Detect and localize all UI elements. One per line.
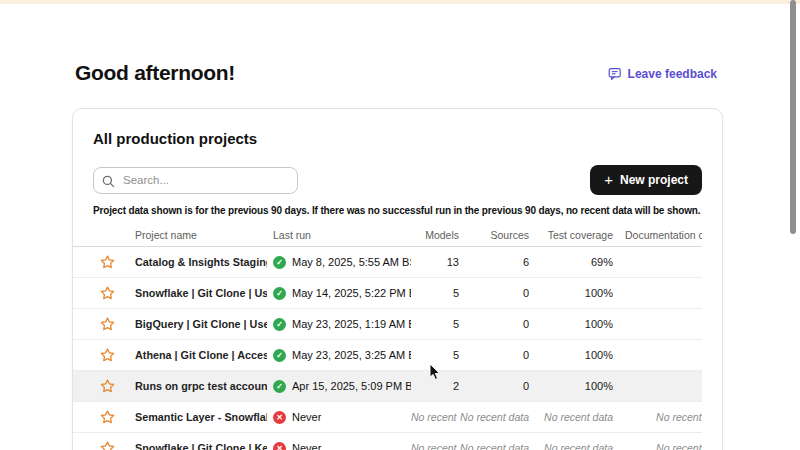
project-link[interactable]: BigQuery | Git Clone | User... [135, 318, 267, 330]
favorite-star-icon[interactable] [73, 410, 117, 424]
sources-cell: 0 [459, 349, 529, 361]
table-row[interactable]: Snowflake | Git Clone | Use...✓May 14, 2… [73, 278, 702, 309]
last-run-cell: ✕Never [267, 442, 411, 450]
card-title: All production projects [93, 130, 702, 147]
success-icon: ✓ [273, 318, 286, 331]
sources-cell: 6 [459, 256, 529, 268]
last-run-cell: ✓May 14, 2025, 5:22 PM BST [267, 287, 411, 300]
leave-feedback-link[interactable]: Leave feedback [608, 67, 717, 81]
last-run-cell: ✓May 23, 2025, 3:25 AM BST [267, 349, 411, 362]
favorite-star-icon[interactable] [73, 317, 117, 331]
success-icon: ✓ [273, 380, 286, 393]
last-run-cell: ✓May 23, 2025, 1:19 AM BST [267, 318, 411, 331]
project-name-cell: BigQuery | Git Clone | User... [117, 318, 267, 330]
last-run-value: May 14, 2025, 5:22 PM BST [292, 287, 411, 299]
failed-icon: ✕ [273, 442, 286, 450]
project-name-cell: Snowflake | Git Clone | Use... [117, 287, 267, 299]
table-row[interactable]: BigQuery | Git Clone | User...✓May 23, 2… [73, 309, 702, 340]
table-row[interactable]: Catalog & Insights Staging...✓May 8, 202… [73, 247, 702, 278]
project-link[interactable]: Snowflake | Git Clone | Key... [135, 442, 267, 450]
column-header: Test coverage [529, 229, 613, 241]
doc-coverage-cell: No recent data [613, 442, 702, 450]
last-run-value: May 23, 2025, 1:19 AM BST [292, 318, 411, 330]
project-link[interactable]: Runs on grpc test account [135, 380, 267, 392]
feedback-bubble-icon [608, 67, 622, 81]
test-coverage-cell: 100% [529, 380, 613, 392]
test-coverage-cell: 100% [529, 318, 613, 330]
sources-cell: 0 [459, 380, 529, 392]
test-coverage-cell: 69% [529, 256, 613, 268]
favorite-star-icon[interactable] [73, 348, 117, 362]
projects-table: Project nameLast runModelsSourcesTest co… [73, 224, 702, 450]
doc-coverage-cell: No recent data [613, 411, 702, 423]
last-run-value: Never [292, 442, 321, 450]
table-row[interactable]: Semantic Layer - Snowflake✕NeverNo recen… [73, 402, 702, 433]
table-header-row: Project nameLast runModelsSourcesTest co… [73, 224, 702, 247]
plus-icon: + [604, 172, 613, 187]
project-name-cell: Catalog & Insights Staging... [117, 256, 267, 268]
search-input[interactable] [93, 167, 298, 194]
models-cell: 5 [411, 318, 459, 330]
favorite-star-icon[interactable] [73, 379, 117, 393]
last-run-cell: ✓Apr 15, 2025, 5:09 PM BST [267, 380, 411, 393]
last-run-value: Never [292, 411, 321, 423]
project-link[interactable]: Catalog & Insights Staging... [135, 256, 267, 268]
sources-cell: 0 [459, 318, 529, 330]
column-header: Last run [267, 229, 411, 241]
test-coverage-cell: No recent data [529, 411, 613, 423]
vertical-scrollbar-thumb[interactable] [790, 0, 796, 234]
table-row[interactable]: Athena | Git Clone | Acces...✓May 23, 20… [73, 340, 702, 371]
last-run-value: May 23, 2025, 3:25 AM BST [292, 349, 411, 361]
test-coverage-cell: No recent data [529, 442, 613, 450]
project-name-cell: Runs on grpc test account [117, 380, 267, 392]
new-project-label: New project [620, 173, 688, 187]
table-row[interactable]: Runs on grpc test account✓Apr 15, 2025, … [73, 371, 702, 402]
models-cell: 13 [411, 256, 459, 268]
data-range-notice: Project data shown is for the previous 9… [93, 205, 702, 216]
project-link[interactable]: Athena | Git Clone | Acces... [135, 349, 267, 361]
column-header: Project name [117, 229, 267, 241]
top-accent-strip [0, 0, 800, 4]
new-project-button[interactable]: + New project [590, 165, 702, 195]
test-coverage-cell: 100% [529, 287, 613, 299]
project-link[interactable]: Semantic Layer - Snowflake [135, 411, 267, 423]
page-title: Good afternoon! [75, 61, 235, 85]
project-name-cell: Snowflake | Git Clone | Key... [117, 442, 267, 450]
success-icon: ✓ [273, 349, 286, 362]
last-run-value: May 8, 2025, 5:55 AM BST [292, 256, 411, 268]
test-coverage-cell: 100% [529, 349, 613, 361]
sources-cell: No recent data [459, 411, 529, 423]
favorite-star-icon[interactable] [73, 255, 117, 269]
column-header: Models [411, 229, 459, 241]
last-run-cell: ✕Never [267, 411, 411, 424]
sources-cell: No recent data [459, 442, 529, 450]
project-name-cell: Semantic Layer - Snowflake [117, 411, 267, 423]
models-cell: 5 [411, 349, 459, 361]
models-cell: No recent data [411, 442, 459, 450]
table-body: Catalog & Insights Staging...✓May 8, 202… [73, 247, 702, 450]
table-row[interactable]: Snowflake | Git Clone | Key...✕NeverNo r… [73, 433, 702, 450]
last-run-value: Apr 15, 2025, 5:09 PM BST [292, 380, 411, 392]
favorite-star-icon[interactable] [73, 441, 117, 450]
search-icon [102, 174, 115, 192]
project-link[interactable]: Snowflake | Git Clone | Use... [135, 287, 267, 299]
project-name-cell: Athena | Git Clone | Acces... [117, 349, 267, 361]
column-header: Documentation coverage [613, 229, 702, 241]
models-cell: 5 [411, 287, 459, 299]
projects-card: All production projects + New project Pr… [72, 108, 723, 450]
success-icon: ✓ [273, 256, 286, 269]
leave-feedback-label: Leave feedback [628, 67, 717, 81]
failed-icon: ✕ [273, 411, 286, 424]
sources-cell: 0 [459, 287, 529, 299]
favorite-star-icon[interactable] [73, 286, 117, 300]
last-run-cell: ✓May 8, 2025, 5:55 AM BST [267, 256, 411, 269]
column-header: Sources [459, 229, 529, 241]
models-cell: No recent data [411, 411, 459, 423]
search-box [93, 167, 298, 194]
toolbar: + New project [93, 165, 702, 195]
models-cell: 2 [411, 380, 459, 392]
success-icon: ✓ [273, 287, 286, 300]
